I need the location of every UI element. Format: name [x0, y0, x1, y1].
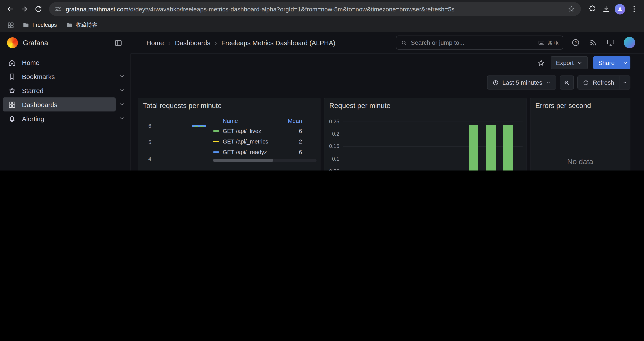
forward-icon[interactable]	[18, 3, 31, 16]
share-split-button: Share	[593, 56, 630, 69]
apps-grid-icon[interactable]	[7, 21, 14, 29]
zoom-out-icon	[564, 79, 570, 86]
legend-scrollbar	[213, 159, 316, 162]
dashboards-icon	[8, 100, 16, 109]
time-range-label: Last 5 minutes	[502, 79, 542, 86]
chevron-down-icon[interactable]	[119, 87, 125, 94]
refresh-interval-button[interactable]	[619, 76, 630, 90]
profile-avatar-image	[615, 4, 625, 14]
legend-col-name[interactable]: Name	[223, 117, 280, 124]
panel-title[interactable]: Request per minute	[329, 102, 390, 110]
sidebar-item-starred[interactable]: Starred	[3, 83, 116, 97]
user-avatar[interactable]	[624, 37, 635, 48]
app-body: Home Bookmarks Starred	[0, 54, 644, 171]
sidebar-row: Alerting	[0, 112, 130, 126]
keyboard-icon	[538, 39, 545, 46]
sidebar-item-home[interactable]: Home	[3, 55, 116, 69]
url-bar[interactable]: grafana.mathmast.com/d/deytv4rwavabkb/fr…	[49, 2, 581, 16]
dashboard-main: Export Share Last 5 minutes	[131, 54, 644, 171]
refresh-button[interactable]: Refresh	[577, 76, 619, 90]
no-data-message: No data	[530, 158, 630, 166]
share-label: Share	[598, 59, 615, 66]
series-name[interactable]: GET /api/_livez	[223, 128, 280, 134]
y-tick: 0.2	[324, 131, 339, 137]
legend-scrollbar-thumb[interactable]	[213, 159, 273, 162]
sidebar-item-label: Dashboards	[22, 101, 58, 108]
folder-icon	[66, 22, 72, 29]
panel-title[interactable]: Errors per second	[535, 102, 591, 110]
sidebar-item-bookmarks[interactable]: Bookmarks	[3, 69, 116, 83]
series-mean: 6	[280, 128, 302, 134]
sidebar-row: Dashboards	[0, 97, 130, 112]
help-icon[interactable]: ?	[571, 38, 580, 47]
sidebar-toggle-icon[interactable]	[114, 38, 123, 47]
sidebar-item-dashboards[interactable]: Dashboards	[3, 97, 116, 112]
sidebar-row: Bookmarks	[0, 69, 130, 83]
chevron-down-icon[interactable]	[119, 101, 125, 108]
bell-icon	[8, 114, 16, 123]
series-mean: 2	[280, 138, 302, 145]
site-settings-icon[interactable]	[54, 5, 62, 13]
chevron-down-icon[interactable]	[119, 115, 125, 122]
time-range-picker[interactable]: Last 5 minutes	[487, 76, 556, 90]
breadcrumb-dashboards[interactable]: Dashboards	[175, 39, 210, 46]
refresh-label: Refresh	[593, 79, 614, 86]
bookmark-folder-blogs[interactable]: 收藏博客	[62, 20, 101, 30]
news-rss-icon[interactable]	[589, 38, 598, 47]
breadcrumb: Home Dashboards Freeleaps Metrics Dashbo…	[146, 39, 335, 46]
legend-row: GET /api/_metrics 2	[213, 136, 316, 147]
series-name[interactable]: GET /api/_metrics	[223, 138, 280, 145]
search-input[interactable]	[411, 39, 534, 46]
downloads-icon[interactable]	[599, 3, 612, 16]
bookmark-star-icon[interactable]	[567, 5, 576, 13]
url-text[interactable]: grafana.mathmast.com/d/deytv4rwavabkb/fr…	[66, 6, 564, 13]
browser-toolbar: grafana.mathmast.com/d/deytv4rwavabkb/fr…	[0, 0, 644, 18]
profile-avatar[interactable]	[613, 3, 626, 16]
refresh-split-button: Refresh	[577, 76, 630, 90]
search-box[interactable]: ⌘+k	[396, 36, 563, 50]
grafana-logo[interactable]	[7, 37, 18, 48]
chevron-down-icon	[622, 60, 628, 66]
series-name[interactable]: GET /api/_readyz	[223, 149, 280, 155]
sidebar-item-label: Home	[22, 59, 40, 66]
breadcrumb-separator	[168, 39, 170, 46]
monitor-icon[interactable]	[606, 38, 615, 47]
bookmark-folder-label: 收藏博客	[76, 21, 98, 29]
bookmarks-bar: Freeleaps 收藏博客	[0, 18, 644, 32]
export-button[interactable]: Export	[550, 56, 588, 69]
panels-row-1: Total requests per minute 6 5 4 3 2 17:4…	[138, 98, 644, 171]
legend-col-mean[interactable]: Mean	[280, 117, 302, 124]
bookmark-folder-freeleaps[interactable]: Freeleaps	[19, 20, 60, 30]
chevron-down-icon[interactable]	[119, 73, 125, 80]
breadcrumb-current: Freeleaps Metrics Dashboard (ALPHA)	[222, 39, 335, 46]
gridline	[343, 122, 522, 122]
grafana-app: Grafana Home Dashboards Freeleaps Metric…	[0, 32, 644, 171]
svg-text:?: ?	[574, 40, 577, 45]
share-button[interactable]: Share	[593, 56, 620, 69]
sidebar-item-label: Starred	[22, 87, 44, 94]
sidebar-item-alerting[interactable]: Alerting	[3, 112, 116, 126]
bar-2xx[interactable]	[469, 125, 478, 171]
reload-icon[interactable]	[32, 3, 45, 16]
legend-row: GET /api/_readyz 6	[213, 147, 316, 157]
series-color-swatch	[213, 151, 219, 153]
bar-2xx[interactable]	[503, 125, 513, 171]
browser-menu-icon[interactable]	[627, 3, 640, 16]
bookmark-icon	[8, 72, 16, 81]
back-icon[interactable]	[4, 3, 17, 16]
bar-2xx[interactable]	[486, 125, 496, 171]
clock-icon	[492, 79, 499, 86]
zoom-out-button[interactable]	[560, 76, 574, 90]
legend-row: GET /api/_livez 6	[213, 126, 316, 136]
share-menu-button[interactable]	[620, 56, 630, 69]
search-shortcut-keys: ⌘+k	[547, 39, 558, 46]
legend-table: Name Mean GET /api/_livez 6 GET /api/_me…	[213, 116, 316, 162]
bookmark-folder-label: Freeleaps	[32, 22, 57, 28]
favorite-star-icon[interactable]	[537, 59, 545, 67]
breadcrumb-home[interactable]: Home	[146, 39, 164, 46]
refresh-icon	[582, 79, 589, 86]
export-label: Export	[556, 59, 574, 66]
y-tick: 0.1	[324, 156, 339, 162]
extensions-icon[interactable]	[585, 3, 598, 16]
dashboard-controls: Export Share	[138, 56, 644, 69]
